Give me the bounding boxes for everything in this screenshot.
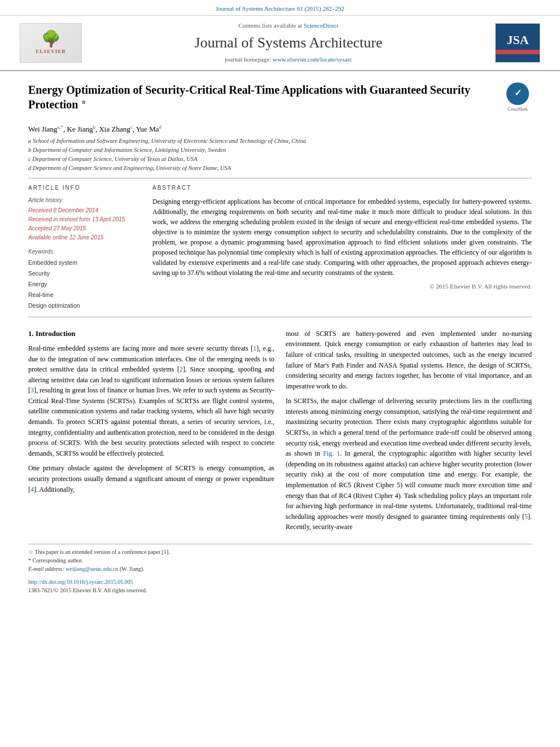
ref-5[interactable]: 5: [524, 513, 528, 521]
paper-title-text: Energy Optimization of Security-Critical…: [28, 84, 470, 111]
keywords-label: Keywords:: [28, 248, 141, 256]
affiliations: a School of Information and Software Eng…: [28, 137, 532, 172]
body-right-col: most of SCRTS are battery-powered and ev…: [286, 329, 532, 537]
footnote-1: ☆ This paper is an extended version of a…: [28, 548, 532, 556]
body-right-para-1: most of SCRTS are battery-powered and ev…: [286, 329, 532, 392]
body-left-col: 1. Introduction Real-time embedded syste…: [28, 329, 274, 537]
section1-heading: 1. Introduction: [28, 329, 274, 339]
elsevier-logo-container: 🌳 ELSEVIER: [17, 23, 85, 63]
keyword-3: Energy: [28, 279, 141, 290]
journal-reference-text: Journal of Systems Architecture 61 (2015…: [216, 5, 344, 12]
abstract-header: ABSTRACT: [152, 184, 532, 192]
affiliation-b: b Department of Computer and Information…: [28, 146, 532, 155]
author-sup-b: b: [93, 124, 95, 130]
article-body: ARTICLE INFO Article history: Received 8…: [28, 184, 532, 311]
crossmark-icon: ✓: [506, 82, 529, 105]
keywords-list: Embedded system Security Energy Real-tim…: [28, 257, 141, 311]
jsa-logo-container: JSA: [492, 23, 543, 63]
journal-title: Journal of Systems Architecture: [85, 33, 492, 53]
keyword-4: Real-time: [28, 290, 141, 300]
ref-4[interactable]: 4: [30, 486, 34, 493]
affiliation-a: a School of Information and Software Eng…: [28, 137, 532, 146]
authors-line: Wei Jianga,*, Ke Jiangb, Xia Zhangc, Yue…: [28, 124, 532, 135]
elsevier-brand-text: ELSEVIER: [36, 48, 66, 55]
footnote-email: E-mail address: weijiang@uestc.edu.cn (W…: [28, 565, 532, 573]
abstract-text: Designing energy-efficient applications …: [152, 196, 532, 278]
date-received: Received 8 December 2014: [28, 206, 141, 215]
article-dates: Received 8 December 2014 Received in rev…: [28, 206, 141, 242]
article-info-column: ARTICLE INFO Article history: Received 8…: [28, 184, 141, 311]
divider-1: [28, 178, 532, 178]
issn-line: 1383-7621/© 2015 Elsevier B.V. All right…: [28, 587, 532, 595]
homepage-prefix: journal homepage:: [225, 56, 273, 63]
paper-title-section: Energy Optimization of Security-Critical…: [28, 82, 532, 117]
copyright-line: © 2015 Elsevier B.V. All rights reserved…: [152, 282, 532, 291]
journal-homepage: journal homepage: www.elsevier.com/locat…: [85, 55, 492, 64]
body-left-para-2: One primary obstacle against the develop…: [28, 463, 274, 495]
paper-title: Energy Optimization of Security-Critical…: [28, 82, 492, 112]
date-revised: Received in revised form 13 April 2015: [28, 215, 141, 224]
body-two-col: 1. Introduction Real-time embedded syste…: [28, 329, 532, 537]
date-accepted: Accepted 27 May 2015: [28, 224, 141, 233]
contents-text: Contents lists available at: [238, 22, 302, 29]
keyword-2: Security: [28, 268, 141, 279]
crossmark-label: CrossMark: [504, 106, 532, 112]
jsa-logo: JSA: [495, 23, 540, 63]
sciencedirect-link[interactable]: ScienceDirect: [304, 22, 339, 29]
history-label: Article history:: [28, 196, 141, 204]
divider-2: [28, 317, 532, 317]
journal-reference-line: Journal of Systems Architecture 61 (2015…: [0, 0, 560, 16]
doi-link[interactable]: http://dx.doi.org/10.1016/j.sysarc.2015.…: [28, 579, 133, 585]
elsevier-tree-icon: 🌳: [41, 31, 61, 47]
fig1-link[interactable]: Fig. 1: [323, 449, 340, 457]
journal-header: 🌳 ELSEVIER Contents lists available at S…: [0, 16, 560, 71]
crossmark-container: ✓ CrossMark: [504, 82, 532, 112]
keyword-5: Design optimization: [28, 300, 141, 311]
footnote-ref-1[interactable]: 1: [164, 549, 167, 555]
author-sup-d: d: [159, 124, 161, 130]
header-center: Contents lists available at ScienceDirec…: [85, 21, 492, 64]
article-info-header: ARTICLE INFO: [28, 184, 141, 192]
body-left-para-1: Real-time embedded systems are facing mo…: [28, 343, 274, 459]
abstract-column: ABSTRACT Designing energy-efficient appl…: [152, 184, 532, 311]
footnote-2: * Corresponding author.: [28, 556, 532, 565]
email-link[interactable]: weijiang@uestc.edu.cn: [65, 566, 118, 572]
ref-3[interactable]: 3: [30, 386, 34, 394]
affiliation-c: c Department of Computer Science, Univer…: [28, 155, 532, 164]
main-content: Energy Optimization of Security-Critical…: [0, 71, 560, 606]
homepage-link[interactable]: www.elsevier.com/locate/sysarc: [273, 56, 352, 63]
ref-1[interactable]: 1: [253, 344, 256, 352]
jsa-logo-stripe: [496, 50, 540, 54]
sciencedirect-line: Contents lists available at ScienceDirec…: [85, 21, 492, 30]
author-sup-c: c: [130, 124, 133, 130]
jsa-logo-text: JSA: [506, 32, 528, 49]
body-right-para-2: In SCRTSs, the major challenge of delive…: [286, 396, 532, 532]
author-sup-a: a,*: [57, 124, 63, 130]
elsevier-logo-box: 🌳 ELSEVIER: [20, 23, 82, 63]
keyword-1: Embedded system: [28, 257, 141, 268]
footnote-section: ☆ This paper is an extended version of a…: [28, 544, 532, 595]
date-online: Available online 12 June 2015: [28, 233, 141, 242]
doi-section: http://dx.doi.org/10.1016/j.sysarc.2015.…: [28, 576, 532, 587]
title-star-note: ☆: [81, 99, 86, 105]
ref-2[interactable]: 2: [180, 365, 183, 373]
affiliation-d: d Department of Computer Science and Eng…: [28, 164, 532, 173]
